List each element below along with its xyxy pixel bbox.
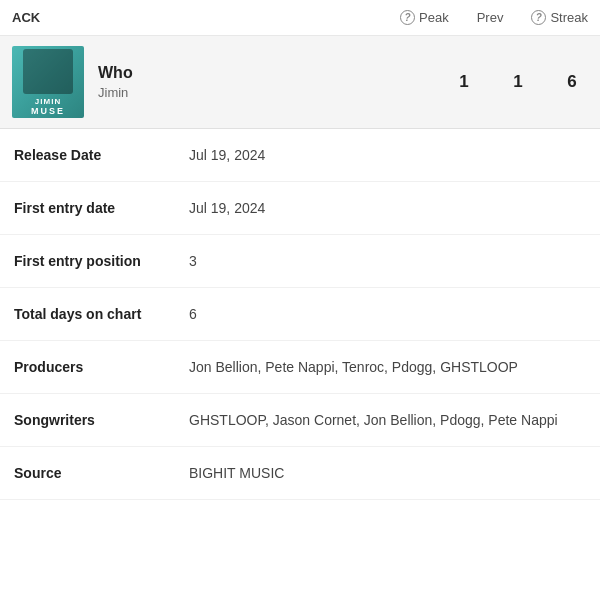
track-title: Who — [98, 64, 452, 82]
details-section: Release DateJul 19, 2024First entry date… — [0, 129, 600, 500]
streak-help-icon[interactable]: ? — [531, 10, 546, 25]
detail-label: First entry date — [14, 200, 189, 216]
stat-prev: 1 — [506, 72, 530, 92]
artwork-artist-label: JIMIN — [35, 97, 61, 106]
artwork-background: JIMIN MUSE — [12, 46, 84, 118]
back-label[interactable]: ACK — [12, 10, 40, 25]
detail-label: Total days on chart — [14, 306, 189, 322]
stat-streak: 6 — [560, 72, 584, 92]
detail-label: Release Date — [14, 147, 189, 163]
detail-label: Source — [14, 465, 189, 481]
peak-column-header: ? Peak — [400, 10, 449, 25]
peak-help-icon[interactable]: ? — [400, 10, 415, 25]
track-card: JIMIN MUSE Who Jimin 1 1 6 — [0, 36, 600, 129]
track-info: Who Jimin — [84, 64, 452, 100]
detail-value: Jul 19, 2024 — [189, 200, 586, 216]
track-stats: 1 1 6 — [452, 72, 584, 92]
prev-column-header: Prev — [477, 10, 504, 25]
detail-row: First entry dateJul 19, 2024 — [0, 182, 600, 235]
detail-label: Producers — [14, 359, 189, 375]
detail-label: Songwriters — [14, 412, 189, 428]
artwork-figure — [23, 49, 73, 94]
detail-row: SongwritersGHSTLOOP, Jason Cornet, Jon B… — [0, 394, 600, 447]
detail-row: Total days on chart6 — [0, 288, 600, 341]
artwork-album-label: MUSE — [31, 106, 65, 116]
detail-row: ProducersJon Bellion, Pete Nappi, Tenroc… — [0, 341, 600, 394]
stat-peak: 1 — [452, 72, 476, 92]
detail-value: Jon Bellion, Pete Nappi, Tenroc, Pdogg, … — [189, 359, 586, 375]
detail-value: 6 — [189, 306, 586, 322]
detail-value: 3 — [189, 253, 586, 269]
track-artwork: JIMIN MUSE — [12, 46, 84, 118]
detail-value: GHSTLOOP, Jason Cornet, Jon Bellion, Pdo… — [189, 412, 586, 428]
streak-column-header: ? Streak — [531, 10, 588, 25]
detail-row: Release DateJul 19, 2024 — [0, 129, 600, 182]
track-artist: Jimin — [98, 85, 452, 100]
detail-value: Jul 19, 2024 — [189, 147, 586, 163]
detail-value: BIGHIT MUSIC — [189, 465, 586, 481]
detail-row: SourceBIGHIT MUSIC — [0, 447, 600, 500]
detail-label: First entry position — [14, 253, 189, 269]
detail-row: First entry position3 — [0, 235, 600, 288]
header-columns: ? Peak Prev ? Streak — [400, 10, 588, 25]
header-bar: ACK ? Peak Prev ? Streak — [0, 0, 600, 36]
